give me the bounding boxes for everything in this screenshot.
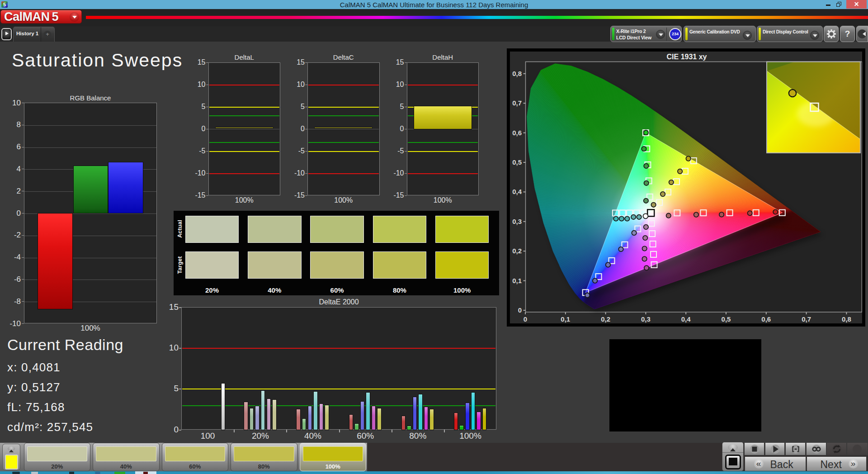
svg-text:0,8: 0,8	[512, 70, 522, 77]
svg-text:0: 0	[524, 315, 527, 323]
svg-text:0,5: 0,5	[722, 315, 731, 323]
svg-text:CIE 1931 xy: CIE 1931 xy	[667, 53, 707, 61]
svg-text:0: 0	[518, 306, 522, 314]
svg-text:0,7: 0,7	[802, 315, 811, 323]
svg-text:0,5: 0,5	[512, 158, 522, 166]
svg-text:0,1: 0,1	[512, 277, 522, 284]
svg-text:0,3: 0,3	[641, 315, 651, 323]
svg-text:0,6: 0,6	[512, 129, 522, 137]
svg-text:0,6: 0,6	[761, 315, 771, 323]
svg-text:0,4: 0,4	[681, 315, 691, 323]
svg-text:0,7: 0,7	[512, 99, 522, 107]
svg-text:0,1: 0,1	[561, 315, 570, 323]
svg-text:0,2: 0,2	[601, 315, 610, 323]
svg-text:0,2: 0,2	[512, 247, 522, 255]
svg-text:0,4: 0,4	[512, 188, 522, 195]
svg-text:0,8: 0,8	[842, 315, 851, 323]
svg-text:0,3: 0,3	[512, 218, 522, 225]
